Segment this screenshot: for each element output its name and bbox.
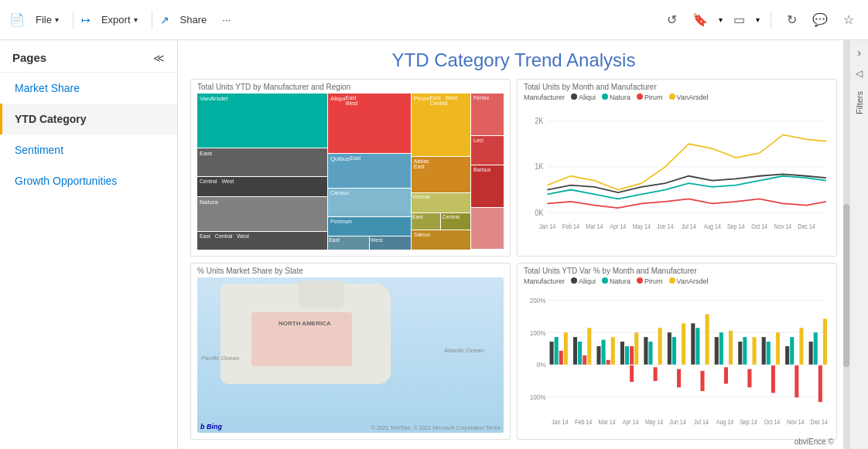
undo-button[interactable]: ↺ bbox=[662, 8, 682, 32]
treemap-cell-ferrex[interactable]: Ferrex bbox=[471, 94, 504, 135]
treemap-cell-west-small[interactable]: West bbox=[370, 236, 411, 249]
svg-rect-58 bbox=[729, 330, 733, 364]
share-button[interactable]: Share bbox=[174, 9, 214, 30]
svg-rect-48 bbox=[672, 337, 676, 365]
triangle-icon[interactable]: ◁ bbox=[856, 68, 863, 79]
treemap-title: Total Units YTD by Manufacturer and Regi… bbox=[197, 83, 504, 91]
treemap-cell-carnius[interactable]: Carnius bbox=[328, 189, 411, 216]
svg-text:100%: 100% bbox=[530, 328, 546, 337]
svg-rect-43 bbox=[644, 337, 648, 365]
line-chart-title: Total Units by Month and Manufacturer bbox=[524, 83, 830, 91]
svg-text:Nov 14: Nov 14 bbox=[774, 223, 792, 231]
map-chart[interactable]: % Units Market Share by State NORTH AMER… bbox=[190, 263, 511, 440]
sidebar-collapse-button[interactable]: ≪ bbox=[153, 52, 165, 64]
bar-legend-aliqui: Aliqui bbox=[571, 277, 596, 285]
treemap-cell-small-1[interactable] bbox=[471, 208, 504, 250]
content-area: YTD Category Trend Analysis Total Units … bbox=[178, 40, 849, 449]
svg-rect-36 bbox=[607, 359, 610, 364]
svg-rect-63 bbox=[762, 337, 766, 365]
file-label: File bbox=[36, 14, 52, 26]
share-icon: ↗ bbox=[160, 14, 169, 26]
svg-rect-31 bbox=[578, 342, 582, 365]
bar-chart-legend: Manufacturer Aliqui Natura Pirum VanArsd… bbox=[524, 277, 830, 285]
treemap-cell-central-west[interactable]: Central West bbox=[197, 177, 327, 196]
svg-rect-45 bbox=[654, 367, 658, 381]
line-chart-area: 2K 1K 0K Jan 14 bbox=[524, 103, 830, 250]
treemap-cell-bottom[interactable]: Salnus bbox=[412, 230, 470, 250]
svg-rect-60 bbox=[743, 337, 747, 365]
line-chart[interactable]: Total Units by Month and Manufacturer Ma… bbox=[517, 79, 837, 257]
treemap-cell-vanarsdel[interactable]: VanArsdeI bbox=[197, 94, 327, 148]
treemap-cell-quibus[interactable]: QuibusEast bbox=[328, 154, 411, 188]
treemap-cell-abbas[interactable]: AbbasEast bbox=[412, 157, 470, 192]
view-button[interactable]: ▭ bbox=[729, 8, 750, 32]
svg-rect-39 bbox=[625, 345, 629, 364]
file-button[interactable]: File ▾ bbox=[29, 9, 65, 30]
treemap-chart[interactable]: Total Units YTD by Manufacturer and Regi… bbox=[190, 79, 511, 257]
svg-rect-34 bbox=[596, 345, 600, 364]
svg-rect-64 bbox=[767, 342, 771, 365]
svg-rect-26 bbox=[550, 342, 554, 365]
svg-rect-67 bbox=[785, 345, 789, 364]
treemap-cell-pirum[interactable]: PirumEast WestCentral bbox=[412, 94, 470, 156]
svg-text:Feb 14: Feb 14 bbox=[562, 223, 580, 231]
legend-pirum: Pirum bbox=[637, 94, 663, 101]
comment-button[interactable]: 💬 bbox=[808, 8, 832, 32]
treemap-cell-barbus[interactable]: Barbus bbox=[471, 165, 504, 207]
treemap-cell-east-v[interactable]: East bbox=[412, 213, 441, 230]
svg-text:May 14: May 14 bbox=[645, 418, 664, 426]
sidebar-item-market-share[interactable]: Market Share bbox=[0, 73, 177, 104]
svg-text:Jan 14: Jan 14 bbox=[552, 418, 569, 426]
export-button[interactable]: Export ▾ bbox=[95, 9, 144, 30]
svg-text:Mar 14: Mar 14 bbox=[599, 418, 617, 426]
svg-rect-42 bbox=[634, 332, 638, 364]
bookmark-chevron-icon[interactable]: ▾ bbox=[719, 15, 723, 24]
bar-chart[interactable]: Total Units YTD Var % by Month and Manuf… bbox=[517, 263, 837, 440]
bookmark-button[interactable]: 🔖 bbox=[688, 8, 713, 32]
sidebar-item-ytd-category[interactable]: YTD Category bbox=[0, 104, 177, 134]
filters-button[interactable]: Filters bbox=[853, 88, 866, 117]
sidebar-item-ytd-category-label: YTD Category bbox=[15, 113, 87, 125]
treemap-cell-pomnum[interactable]: Pomnum bbox=[328, 217, 411, 236]
charts-grid: Total Units YTD by Manufacturer and Regi… bbox=[190, 79, 837, 440]
sidebar-item-growth-opportunities[interactable]: Growth Opportunities bbox=[0, 165, 177, 196]
svg-text:Dec 14: Dec 14 bbox=[798, 223, 815, 231]
sidebar-header: Pages ≪ bbox=[0, 40, 177, 73]
main-area: Pages ≪ Market Share YTD Category Sentim… bbox=[0, 40, 868, 449]
scroll-thumb[interactable] bbox=[843, 204, 849, 368]
svg-rect-50 bbox=[682, 323, 685, 364]
treemap-cell-victoria[interactable]: Victoria bbox=[412, 193, 470, 213]
refresh-button[interactable]: ↻ bbox=[782, 8, 801, 32]
scroll-indicator[interactable] bbox=[843, 40, 849, 449]
svg-rect-71 bbox=[809, 342, 813, 365]
separator-1 bbox=[73, 11, 73, 29]
view-chevron-icon[interactable]: ▾ bbox=[756, 15, 760, 24]
chevron-right-icon[interactable]: › bbox=[857, 46, 861, 59]
svg-text:May 14: May 14 bbox=[633, 223, 651, 231]
svg-text:Nov 14: Nov 14 bbox=[787, 418, 805, 426]
svg-rect-51 bbox=[691, 323, 695, 364]
bar-chart-svg: 200% 100% 0% 100% bbox=[524, 287, 830, 434]
svg-rect-40 bbox=[630, 345, 634, 364]
svg-text:0K: 0K bbox=[535, 208, 544, 217]
treemap-cell-leci[interactable]: Leci bbox=[471, 136, 504, 165]
bing-logo: b Bing bbox=[200, 423, 222, 430]
favorite-button[interactable]: ☆ bbox=[839, 8, 859, 32]
svg-rect-27 bbox=[555, 337, 559, 365]
treemap-cell-aliqui[interactable]: AliquiEastWest bbox=[328, 94, 411, 153]
treemap-cell-natura-bottom[interactable]: East Central West bbox=[197, 232, 327, 250]
svg-rect-61 bbox=[747, 369, 751, 387]
more-button[interactable]: ··· bbox=[216, 9, 237, 30]
treemap-area: VanArsdeI East Central West Natura East … bbox=[197, 94, 504, 250]
greenland bbox=[298, 281, 344, 308]
svg-rect-28 bbox=[559, 350, 563, 364]
svg-rect-72 bbox=[814, 332, 818, 364]
sidebar-title: Pages bbox=[12, 51, 46, 64]
treemap-cell-east[interactable]: East bbox=[197, 148, 327, 176]
export-chevron-icon: ▾ bbox=[134, 15, 138, 24]
treemap-cell-natura[interactable]: Natura bbox=[197, 197, 327, 231]
svg-rect-44 bbox=[648, 342, 652, 365]
treemap-cell-east-small[interactable]: East bbox=[328, 236, 369, 249]
sidebar-item-sentiment[interactable]: Sentiment bbox=[0, 134, 177, 165]
treemap-cell-central-v[interactable]: Central bbox=[441, 213, 470, 230]
